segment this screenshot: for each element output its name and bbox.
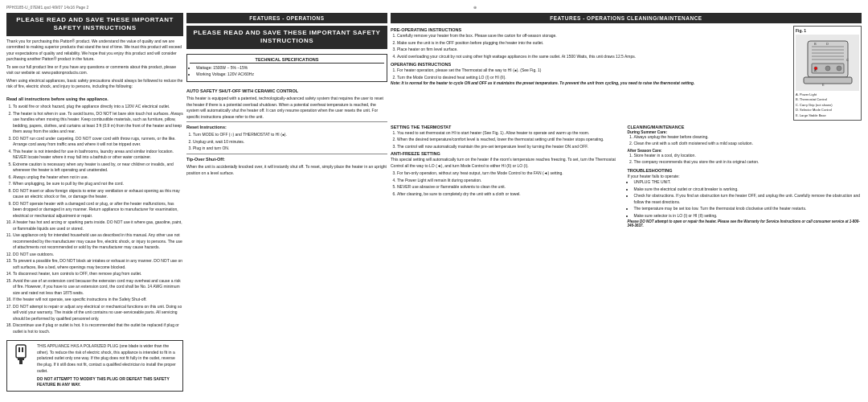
middle-column: FEATURES - OPERATIONS PLEASE READ AND SA… bbox=[186, 13, 387, 397]
after-step-1: Store heater in a cool, dry location. bbox=[634, 153, 862, 159]
svg-text:C: C bbox=[846, 58, 849, 62]
safety-item-4: This heater is not intended for use in b… bbox=[13, 149, 183, 161]
pre-op-3: Place heater on firm level surface. bbox=[397, 47, 791, 53]
reset-step-3: Plug in and turn ON. bbox=[193, 146, 387, 152]
auto-shutoff-desc: This heater is equipped with a patented,… bbox=[186, 96, 387, 120]
safety-item-15: Avoid the use of an extension cord becau… bbox=[13, 278, 183, 297]
tipover-desc: When the unit is accidentally knocked ov… bbox=[186, 164, 387, 176]
pre-op-list: Carefully remove your heater from the bo… bbox=[391, 33, 791, 59]
cleaning-title: CLEANING/MAINTENANCE bbox=[628, 125, 862, 129]
right-bottom-sections: SETTING THE THERMOSTAT You need to set t… bbox=[391, 123, 862, 228]
right-col-b: CLEANING/MAINTENANCE During Summer Care:… bbox=[628, 123, 862, 228]
svg-rect-1 bbox=[18, 347, 20, 352]
op-step-2: Turn the Mode Control to desired heat se… bbox=[397, 75, 791, 81]
trouble-step-2: Make sure the electrical outlet or circu… bbox=[634, 187, 862, 193]
middle-safety-header: PLEASE READ AND SAVE THESE IMPORTANT SAF… bbox=[186, 26, 387, 49]
summer-step-1: Always unplug the heater before cleaning… bbox=[634, 134, 862, 141]
thermostat-step-2: When the desired temperature/comfort lev… bbox=[397, 137, 625, 143]
right-column: FEATURES - OPERATIONS CLEANING/MAINTENAN… bbox=[391, 13, 862, 397]
fig-label-e: E. Large Stable Base bbox=[796, 113, 859, 118]
operating-instructions-section: OPERATING INSTRUCTIONS For heater operat… bbox=[391, 62, 791, 85]
voltage-spec: Working Voltage: 120V AC/60Hz bbox=[196, 72, 384, 78]
main-content: PLEASE READ AND SAVE THESE IMPORTANT SAF… bbox=[6, 13, 862, 397]
trouble-step-3: Check for obstructions. If you find an o… bbox=[634, 193, 862, 205]
svg-text:E: E bbox=[822, 83, 825, 87]
page-center-marker: ⊕ bbox=[473, 5, 477, 10]
right-header: FEATURES - OPERATIONS CLEANING/MAINTENAN… bbox=[391, 13, 862, 23]
fan-only-list: For fan-only operation, without any heat… bbox=[391, 170, 625, 197]
left-header: PLEASE READ AND SAVE THESE IMPORTANT SAF… bbox=[6, 13, 183, 36]
safety-items-list: To avoid fire or shock hazard, plug the … bbox=[6, 104, 183, 334]
tipover-title: Tip-Over Shut-Off: bbox=[186, 156, 387, 162]
thermostat-step-3: The control will now automatically maint… bbox=[397, 144, 625, 150]
intro-text: Thank you for purchasing this Patton® pr… bbox=[6, 39, 183, 92]
svg-text:A: A bbox=[814, 68, 817, 72]
svg-point-13 bbox=[825, 66, 830, 71]
antifreeze-title: ANTI-FREEZE SETTING bbox=[391, 151, 625, 156]
tech-specs-list: Wattage: 1500W ~ 5% ~15% Working Voltage… bbox=[190, 65, 384, 78]
after-summer-list: Store heater in a cool, dry location. Th… bbox=[628, 153, 862, 166]
figure-labels: A. Power Light B. Thermostat Control C. … bbox=[796, 92, 859, 118]
safety-item-2: The heater is hot when in use. To avoid … bbox=[13, 111, 183, 135]
op-step-1: For heater operation, please set the The… bbox=[397, 68, 791, 74]
safety-item-3: DO NOT run cord under carpeting. DO NOT … bbox=[13, 136, 183, 148]
svg-rect-15 bbox=[804, 77, 852, 84]
instruction-list: Read all instructions before using the a… bbox=[6, 94, 183, 335]
right-top-section: PRE-OPERATING INSTRUCTIONS Carefully rem… bbox=[391, 26, 862, 121]
plug-icon bbox=[10, 343, 32, 366]
after-step-2: The company recommends that you store th… bbox=[634, 159, 862, 166]
tech-specs-box: TECHNICAL SPECIFICATIONS Wattage: 1500W … bbox=[186, 54, 387, 82]
thermostat-list: You need to set thermostat on HI to star… bbox=[391, 130, 625, 150]
safety-item-7: When unplugging, be sure to pull by the … bbox=[13, 181, 183, 187]
svg-point-14 bbox=[837, 66, 841, 71]
pre-op-2: Make sure the unit is in the OFF positio… bbox=[397, 40, 791, 47]
troubleshooting-note: Please DO NOT attempt to open or repair … bbox=[628, 219, 862, 228]
never-use-2: After cleaning, be sure to completely dr… bbox=[397, 191, 625, 198]
left-column: PLEASE READ AND SAVE THESE IMPORTANT SAF… bbox=[6, 13, 183, 397]
safety-item-12: DO NOT use outdoors. bbox=[13, 252, 183, 258]
safety-item-10: A heater has hot and arcing or sparking … bbox=[13, 219, 183, 232]
troubleshooting-list: UNPLUG THE UNIT. Make sure the electrica… bbox=[628, 179, 862, 219]
top-bar: PPH3185-U_07EM1.qxd 4/9/07 14x16 Page 2 … bbox=[6, 5, 862, 10]
svg-text:B: B bbox=[814, 42, 817, 46]
auto-shutoff-title: AUTO SAFETY SHUT-OFF WITH CERAMIC CONTRO… bbox=[186, 88, 387, 94]
right-col-a: SETTING THE THERMOSTAT You need to set t… bbox=[391, 123, 625, 228]
safety-item-11: Use appliance only for intended househol… bbox=[13, 232, 183, 251]
safety-item-6: Always unplug the heater when not in use… bbox=[13, 174, 183, 181]
pre-op-1: Carefully remove your heater from the bo… bbox=[397, 33, 791, 39]
svg-text:D: D bbox=[826, 42, 829, 46]
tech-specs-title: TECHNICAL SPECIFICATIONS bbox=[190, 57, 384, 64]
safety-item-1: To avoid fire or shock hazard, plug the … bbox=[13, 104, 183, 110]
fan-only-section: For fan-only operation, without any heat… bbox=[391, 170, 625, 197]
op-note: Note: It is normal for the heater to cyc… bbox=[391, 81, 791, 85]
figure-1-box: Fig. 1 bbox=[793, 26, 862, 121]
safety-item-13: To prevent a possible fire, DO NOT block… bbox=[13, 258, 183, 270]
reset-step-1: Turn MODE to OFF (○) and THERMOSTAT to H… bbox=[193, 132, 387, 138]
safety-item-17: DO NOT attempt to repair or adjust any e… bbox=[13, 304, 183, 322]
during-summer-list: Always unplug the heater before cleaning… bbox=[628, 134, 862, 147]
safety-item-14: To disconnect heater, turn controls to O… bbox=[13, 271, 183, 277]
safety-item-18: Discontinue use if plug or outlet is hot… bbox=[13, 322, 183, 334]
page-number: PPH3185-U_07EM1.qxd 4/9/07 14x16 Page 2 bbox=[6, 5, 88, 10]
op-instructions-title: OPERATING INSTRUCTIONS bbox=[391, 62, 791, 67]
op-instructions-list: For heater operation, please set the The… bbox=[391, 68, 791, 80]
svg-rect-2 bbox=[22, 347, 23, 352]
auto-shutoff-section: AUTO SAFETY SHUT-OFF WITH CERAMIC CONTRO… bbox=[186, 86, 387, 178]
features-ops-header: FEATURES - OPERATIONS bbox=[186, 13, 387, 23]
figure-title: Fig. 1 bbox=[796, 28, 859, 33]
svg-rect-3 bbox=[18, 358, 24, 360]
summer-step-2: Clean the unit with a soft cloth moisten… bbox=[634, 141, 862, 147]
thermostat-title: SETTING THE THERMOSTAT bbox=[391, 125, 625, 129]
polarized-plug-warning: THIS APPLIANCE HAS A POLARIZED PLUG (one… bbox=[6, 340, 183, 392]
safety-item-9: DO NOT operate heater with a damaged cor… bbox=[13, 201, 183, 219]
pre-operating-section: PRE-OPERATING INSTRUCTIONS Carefully rem… bbox=[391, 26, 791, 121]
trouble-step-5: Make sure selector is in LO (I) or HI (I… bbox=[634, 213, 862, 219]
reset-step-2: Unplug unit, wait 10 minutes. bbox=[193, 139, 387, 146]
reset-title: Reset Instructions: bbox=[186, 124, 387, 130]
pre-op-title: PRE-OPERATING INSTRUCTIONS bbox=[391, 27, 791, 32]
safety-item-5: Extreme caution is necessary when any he… bbox=[13, 162, 183, 174]
antifreeze-desc: This special setting will automatically … bbox=[391, 157, 625, 169]
troubleshooting-title: TROUBLESHOOTING bbox=[628, 168, 862, 173]
thermostat-step-1: You need to set thermostat on HI to star… bbox=[397, 130, 625, 137]
heater-figure-image: B D A C E bbox=[796, 35, 859, 91]
